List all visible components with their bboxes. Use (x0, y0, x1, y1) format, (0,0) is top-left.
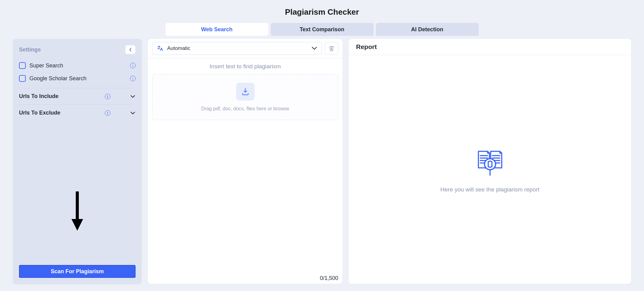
info-icon[interactable]: i (130, 63, 136, 68)
urls-exclude-label: Urls To Exclude (19, 110, 60, 116)
chevron-down-icon (130, 94, 136, 99)
tabs: Web Search Text Comparison AI Detection (0, 21, 644, 39)
urls-include-accordion[interactable]: Urls To Include i (19, 88, 136, 104)
info-icon[interactable]: i (105, 94, 110, 99)
scan-for-plagiarism-button[interactable]: Scan For Plagiarism (19, 265, 136, 278)
report-title: Report (349, 39, 631, 55)
tab-web-search[interactable]: Web Search (166, 23, 268, 36)
report-placeholder-icon (475, 146, 505, 177)
page-header: Plagiarism Checker (0, 0, 644, 21)
tab-text-comparison[interactable]: Text Comparison (271, 23, 374, 36)
sidebar-header: Settings (19, 45, 136, 54)
char-counter: 0/1,500 (320, 275, 338, 282)
upload-icon (236, 83, 255, 100)
chevron-down-icon (312, 47, 317, 50)
urls-include-label: Urls To Include (19, 93, 59, 100)
super-search-checkbox[interactable] (19, 62, 26, 69)
chevron-left-icon (129, 47, 132, 52)
translate-icon (157, 45, 163, 52)
google-scholar-row: Google Scholar Search i (19, 72, 136, 85)
settings-sidebar: Settings Super Search i Google Scholar S… (13, 39, 142, 284)
super-search-row: Super Search i (19, 59, 136, 72)
editor-panel: Automatic Insert text to find plagiarism… (148, 39, 343, 284)
report-empty-state: Here you will see the plagiarism report (349, 55, 631, 284)
tab-ai-detection[interactable]: AI Detection (376, 23, 479, 36)
urls-exclude-accordion[interactable]: Urls To Exclude i (19, 104, 136, 121)
super-search-label: Super Search (29, 62, 63, 69)
arrow-annotation-icon (70, 191, 84, 231)
urls-include-left: Urls To Include (19, 93, 59, 100)
report-empty-text: Here you will see the plagiarism report (440, 186, 539, 193)
clear-text-button[interactable] (325, 42, 338, 55)
trash-icon (329, 45, 334, 51)
google-scholar-checkbox[interactable] (19, 75, 26, 82)
chevron-down-icon (130, 110, 136, 116)
report-panel: Report (349, 39, 631, 284)
info-icon[interactable]: i (130, 76, 136, 81)
urls-exclude-left: Urls To Exclude (19, 110, 60, 116)
page-title: Plagiarism Checker (0, 7, 644, 17)
editor-instruction: Insert text to find plagiarism (148, 58, 343, 74)
dropzone-text: Drag pdf, doc, docx, files here or brows… (201, 106, 289, 111)
editor-toolbar: Automatic (148, 39, 343, 58)
collapse-sidebar-button[interactable] (125, 45, 136, 54)
settings-title: Settings (19, 47, 41, 53)
language-label: Automatic (167, 45, 190, 51)
sidebar-spacer (19, 121, 136, 265)
file-dropzone[interactable]: Drag pdf, doc, docx, files here or brows… (152, 74, 338, 120)
main-layout: Settings Super Search i Google Scholar S… (0, 39, 644, 290)
language-select[interactable]: Automatic (152, 42, 322, 55)
info-icon[interactable]: i (105, 110, 110, 116)
google-scholar-label: Google Scholar Search (29, 75, 86, 82)
